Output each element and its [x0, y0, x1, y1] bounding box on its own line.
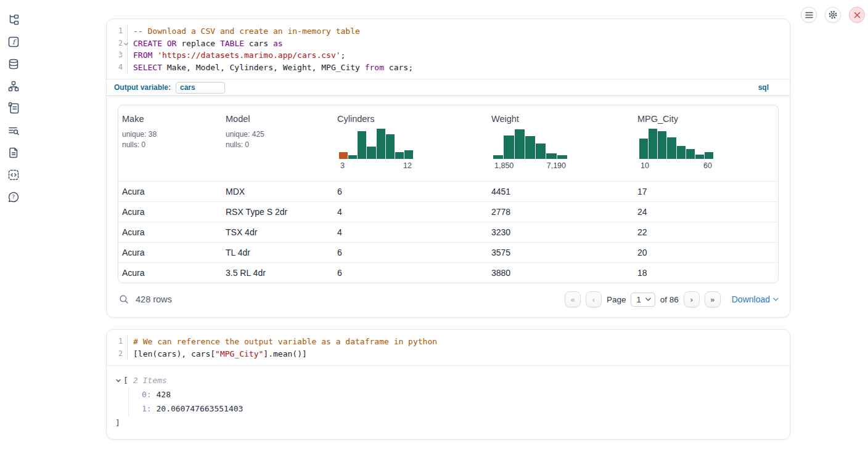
- table-cell: TSX 4dr: [222, 227, 334, 237]
- next-page-button[interactable]: ›: [684, 291, 700, 307]
- column-stats: unique: 38nulls: 0: [122, 129, 222, 150]
- table-cell: Acura: [118, 227, 222, 237]
- file-tree-icon[interactable]: [7, 14, 20, 26]
- data-table: Makeunique: 38nulls: 0Modelunique: 425nu…: [118, 105, 779, 283]
- code-text: -- Download a CSV and create an in-memor…: [128, 25, 360, 38]
- code-line: 4SELECT Make, Model, Cylinders, Weight, …: [107, 62, 790, 74]
- dependency-graph-icon[interactable]: [7, 80, 20, 92]
- histogram-bar: [358, 131, 366, 159]
- column-label: Make: [122, 114, 222, 124]
- line-number: 1: [107, 25, 128, 38]
- chevron-down-icon: [773, 297, 779, 301]
- histogram-bars: [493, 126, 567, 159]
- column-header[interactable]: Weight1,8507,190: [488, 114, 634, 181]
- table-cell: Acura: [118, 248, 222, 257]
- output-variable-input[interactable]: [176, 82, 225, 94]
- tree-entry-value: 428: [152, 390, 171, 399]
- line-number: 4: [107, 62, 128, 74]
- histogram-bars: [339, 126, 413, 159]
- code-text: # We can reference the output variable a…: [128, 336, 437, 348]
- svg-text:f: f: [12, 38, 17, 46]
- table-cell: 6: [334, 248, 488, 257]
- column-histogram[interactable]: 312: [339, 126, 413, 170]
- language-badge: sql: [758, 83, 769, 92]
- column-header[interactable]: Cylinders312: [334, 114, 488, 181]
- first-page-button[interactable]: «: [565, 291, 581, 307]
- tree-entry-value: 20.060747663551403: [152, 404, 244, 413]
- tree-entry: 0: 428: [142, 388, 790, 402]
- code-line: 2CREATE OR replace TABLE cars as: [107, 38, 790, 50]
- shutdown-button[interactable]: [849, 7, 865, 23]
- code-text: CREATE OR replace TABLE cars as: [128, 38, 283, 50]
- table-header: Makeunique: 38nulls: 0Modelunique: 425nu…: [118, 105, 778, 181]
- table-cell: TL 4dr: [222, 248, 334, 257]
- column-histogram[interactable]: 1,8507,190: [493, 126, 567, 170]
- download-button[interactable]: Download: [732, 294, 779, 304]
- code-text: SELECT Make, Model, Cylinders, Weight, M…: [128, 62, 413, 74]
- histogram-bar: [348, 155, 357, 159]
- histogram-bar: [686, 149, 695, 159]
- histogram-bar: [546, 153, 556, 159]
- histogram-bar: [504, 136, 514, 159]
- output-tree: [ 2 Items 0: 4281: 20.060747663551403 ]: [107, 366, 790, 439]
- table-cell: 18: [634, 268, 778, 278]
- python-code-editor[interactable]: 1# We can reference the output variable …: [107, 330, 790, 366]
- table-cell: 4451: [488, 187, 634, 196]
- code-text: [len(cars), cars["MPG_City"].mean()]: [128, 348, 307, 360]
- download-label: Download: [732, 294, 770, 304]
- column-header[interactable]: Makeunique: 38nulls: 0: [118, 114, 222, 181]
- line-number: 1: [107, 336, 128, 348]
- last-page-button[interactable]: »: [705, 291, 721, 307]
- output-variable-label: Output variable:: [114, 83, 171, 92]
- histogram-axis-labels: 1060: [639, 161, 713, 170]
- help-icon[interactable]: ?: [7, 191, 20, 203]
- variables-icon[interactable]: f: [7, 36, 20, 48]
- table-row[interactable]: Acura3.5 RL 4dr6388018: [118, 262, 778, 283]
- sql-code-editor[interactable]: 1-- Download a CSV and create an in-memo…: [107, 19, 790, 79]
- page-select-value: 1: [636, 295, 641, 304]
- close-bracket: ]: [115, 416, 790, 429]
- fold-chevron-icon[interactable]: [123, 41, 129, 47]
- python-cell: 1# We can reference the output variable …: [106, 329, 790, 440]
- hamburger-icon: [805, 12, 813, 18]
- table-row[interactable]: AcuraTL 4dr6357520: [118, 242, 778, 262]
- table-row[interactable]: AcuraTSX 4dr4323022: [118, 222, 778, 242]
- menu-button[interactable]: [801, 7, 817, 23]
- column-histogram[interactable]: 1060: [639, 126, 713, 170]
- table-cell: 3880: [488, 268, 634, 278]
- column-label: MPG_City: [637, 114, 778, 124]
- settings-button[interactable]: [825, 7, 841, 23]
- prev-page-button[interactable]: ‹: [586, 291, 602, 307]
- documentation-icon[interactable]: [7, 147, 20, 159]
- collapse-icon[interactable]: [115, 378, 121, 384]
- table-cell: 22: [634, 227, 778, 237]
- table-cell: 3.5 RL 4dr: [222, 268, 334, 278]
- table-cell: Acura: [118, 187, 222, 196]
- page-select[interactable]: 1: [631, 293, 655, 307]
- page-label: Page: [607, 295, 626, 304]
- search-icon[interactable]: [119, 294, 129, 304]
- column-header[interactable]: MPG_City1060: [634, 114, 778, 181]
- topbar: [801, 7, 865, 23]
- close-icon: [854, 12, 861, 18]
- column-header[interactable]: Modelunique: 425nulls: 0: [222, 114, 334, 181]
- table-cell: 17: [634, 187, 778, 196]
- table-cell: 20: [634, 248, 778, 257]
- histogram-bar: [705, 152, 713, 159]
- code-line: 2[len(cars), cars["MPG_City"].mean()]: [107, 348, 790, 360]
- histogram-axis-labels: 312: [339, 161, 413, 170]
- tree-entry-index: 1:: [142, 404, 152, 413]
- tree-entries: 0: 4281: 20.060747663551403: [128, 388, 790, 416]
- histogram-bar: [667, 137, 676, 159]
- open-bracket: [: [123, 374, 128, 387]
- notebook: 1-- Download a CSV and create an in-memo…: [106, 18, 790, 440]
- table-cell: MDX: [222, 187, 334, 196]
- scratchpad-icon[interactable]: [7, 102, 20, 115]
- histogram-axis-labels: 1,8507,190: [493, 161, 567, 170]
- table-row[interactable]: AcuraRSX Type S 2dr4277824: [118, 201, 778, 222]
- snippets-icon[interactable]: [7, 169, 20, 181]
- datasources-icon[interactable]: [7, 58, 20, 70]
- logs-icon[interactable]: [7, 124, 20, 137]
- table-row[interactable]: AcuraMDX6445117: [118, 181, 778, 201]
- output-variable-bar: Output variable: sql: [107, 79, 790, 96]
